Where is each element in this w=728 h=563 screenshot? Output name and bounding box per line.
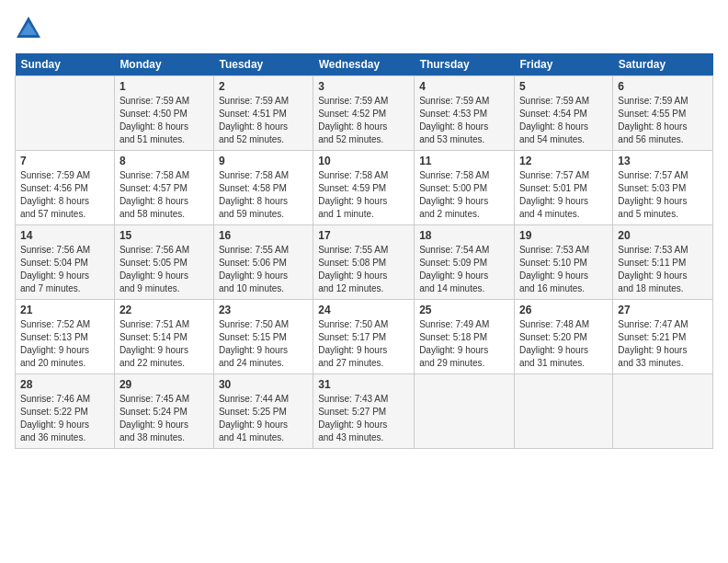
col-header-sunday: Sunday <box>16 53 115 76</box>
day-info: Sunrise: 7:51 AM Sunset: 5:14 PM Dayligh… <box>119 318 209 370</box>
day-number: 19 <box>519 229 608 242</box>
day-number: 31 <box>318 378 409 391</box>
day-number: 30 <box>219 378 308 391</box>
day-info: Sunrise: 7:53 AM Sunset: 5:10 PM Dayligh… <box>519 244 608 295</box>
day-number: 2 <box>219 80 308 93</box>
calendar-table: SundayMondayTuesdayWednesdayThursdayFrid… <box>15 53 713 449</box>
calendar-cell: 13Sunrise: 7:57 AM Sunset: 5:03 PM Dayli… <box>613 151 713 225</box>
day-number: 6 <box>618 80 708 93</box>
day-number: 17 <box>318 229 409 242</box>
calendar-cell: 19Sunrise: 7:53 AM Sunset: 5:10 PM Dayli… <box>514 225 612 300</box>
day-info: Sunrise: 7:50 AM Sunset: 5:15 PM Dayligh… <box>219 318 308 370</box>
day-number: 27 <box>618 304 708 316</box>
day-info: Sunrise: 7:49 AM Sunset: 5:18 PM Dayligh… <box>419 318 509 370</box>
calendar-cell: 14Sunrise: 7:56 AM Sunset: 5:04 PM Dayli… <box>16 225 115 300</box>
day-number: 16 <box>219 229 308 242</box>
page-container: SundayMondayTuesdayWednesdayThursdayFrid… <box>0 0 728 458</box>
day-number: 25 <box>419 304 509 316</box>
day-number: 29 <box>119 378 209 391</box>
day-info: Sunrise: 7:58 AM Sunset: 4:57 PM Dayligh… <box>119 169 209 221</box>
day-info: Sunrise: 7:55 AM Sunset: 5:06 PM Dayligh… <box>219 244 308 295</box>
calendar-cell: 29Sunrise: 7:45 AM Sunset: 5:24 PM Dayli… <box>114 374 213 449</box>
day-info: Sunrise: 7:53 AM Sunset: 5:11 PM Dayligh… <box>618 244 708 295</box>
calendar-cell <box>415 374 515 449</box>
calendar-cell: 22Sunrise: 7:51 AM Sunset: 5:14 PM Dayli… <box>114 300 213 374</box>
col-header-wednesday: Wednesday <box>313 53 415 76</box>
day-number: 28 <box>20 378 109 391</box>
day-info: Sunrise: 7:58 AM Sunset: 5:00 PM Dayligh… <box>419 169 509 221</box>
day-info: Sunrise: 7:46 AM Sunset: 5:22 PM Dayligh… <box>20 393 109 444</box>
day-info: Sunrise: 7:56 AM Sunset: 5:05 PM Dayligh… <box>119 244 209 295</box>
calendar-cell: 15Sunrise: 7:56 AM Sunset: 5:05 PM Dayli… <box>114 225 213 300</box>
day-info: Sunrise: 7:59 AM Sunset: 4:50 PM Dayligh… <box>119 95 209 146</box>
logo <box>15 15 46 42</box>
calendar-cell <box>16 76 115 151</box>
day-info: Sunrise: 7:59 AM Sunset: 4:51 PM Dayligh… <box>219 95 308 146</box>
day-info: Sunrise: 7:59 AM Sunset: 4:55 PM Dayligh… <box>618 95 708 146</box>
day-number: 5 <box>519 80 608 93</box>
day-number: 18 <box>419 229 509 242</box>
day-info: Sunrise: 7:59 AM Sunset: 4:56 PM Dayligh… <box>20 169 109 221</box>
day-info: Sunrise: 7:43 AM Sunset: 5:27 PM Dayligh… <box>318 393 409 444</box>
logo-icon <box>15 15 42 42</box>
day-info: Sunrise: 7:58 AM Sunset: 4:58 PM Dayligh… <box>219 169 308 221</box>
calendar-cell: 25Sunrise: 7:49 AM Sunset: 5:18 PM Dayli… <box>415 300 515 374</box>
calendar-cell: 27Sunrise: 7:47 AM Sunset: 5:21 PM Dayli… <box>613 300 713 374</box>
day-info: Sunrise: 7:52 AM Sunset: 5:13 PM Dayligh… <box>20 318 109 370</box>
week-row-2: 7Sunrise: 7:59 AM Sunset: 4:56 PM Daylig… <box>16 151 713 225</box>
day-number: 7 <box>20 155 109 167</box>
calendar-cell: 18Sunrise: 7:54 AM Sunset: 5:09 PM Dayli… <box>415 225 515 300</box>
calendar-cell: 23Sunrise: 7:50 AM Sunset: 5:15 PM Dayli… <box>213 300 313 374</box>
calendar-cell: 8Sunrise: 7:58 AM Sunset: 4:57 PM Daylig… <box>114 151 213 225</box>
calendar-cell <box>613 374 713 449</box>
calendar-cell: 9Sunrise: 7:58 AM Sunset: 4:58 PM Daylig… <box>213 151 313 225</box>
calendar-cell: 31Sunrise: 7:43 AM Sunset: 5:27 PM Dayli… <box>313 374 415 449</box>
week-row-4: 21Sunrise: 7:52 AM Sunset: 5:13 PM Dayli… <box>16 300 713 374</box>
day-info: Sunrise: 7:45 AM Sunset: 5:24 PM Dayligh… <box>119 393 209 444</box>
calendar-cell: 1Sunrise: 7:59 AM Sunset: 4:50 PM Daylig… <box>114 76 213 151</box>
day-number: 15 <box>119 229 209 242</box>
day-number: 22 <box>119 304 209 316</box>
day-number: 21 <box>20 304 109 316</box>
calendar-cell: 28Sunrise: 7:46 AM Sunset: 5:22 PM Dayli… <box>16 374 115 449</box>
calendar-cell: 3Sunrise: 7:59 AM Sunset: 4:52 PM Daylig… <box>313 76 415 151</box>
calendar-cell: 26Sunrise: 7:48 AM Sunset: 5:20 PM Dayli… <box>514 300 612 374</box>
calendar-cell: 11Sunrise: 7:58 AM Sunset: 5:00 PM Dayli… <box>415 151 515 225</box>
col-header-monday: Monday <box>114 53 213 76</box>
week-row-3: 14Sunrise: 7:56 AM Sunset: 5:04 PM Dayli… <box>16 225 713 300</box>
day-info: Sunrise: 7:47 AM Sunset: 5:21 PM Dayligh… <box>618 318 708 370</box>
col-header-friday: Friday <box>514 53 612 76</box>
calendar-cell: 24Sunrise: 7:50 AM Sunset: 5:17 PM Dayli… <box>313 300 415 374</box>
day-number: 26 <box>519 304 608 316</box>
day-number: 13 <box>618 155 708 167</box>
calendar-cell: 16Sunrise: 7:55 AM Sunset: 5:06 PM Dayli… <box>213 225 313 300</box>
day-info: Sunrise: 7:58 AM Sunset: 4:59 PM Dayligh… <box>318 169 409 221</box>
calendar-cell: 12Sunrise: 7:57 AM Sunset: 5:01 PM Dayli… <box>514 151 612 225</box>
week-row-1: 1Sunrise: 7:59 AM Sunset: 4:50 PM Daylig… <box>16 76 713 151</box>
calendar-cell: 6Sunrise: 7:59 AM Sunset: 4:55 PM Daylig… <box>613 76 713 151</box>
calendar-cell: 2Sunrise: 7:59 AM Sunset: 4:51 PM Daylig… <box>213 76 313 151</box>
calendar-cell: 17Sunrise: 7:55 AM Sunset: 5:08 PM Dayli… <box>313 225 415 300</box>
day-number: 3 <box>318 80 409 93</box>
day-number: 23 <box>219 304 308 316</box>
day-info: Sunrise: 7:56 AM Sunset: 5:04 PM Dayligh… <box>20 244 109 295</box>
calendar-cell: 20Sunrise: 7:53 AM Sunset: 5:11 PM Dayli… <box>613 225 713 300</box>
week-row-5: 28Sunrise: 7:46 AM Sunset: 5:22 PM Dayli… <box>16 374 713 449</box>
header <box>15 15 713 42</box>
day-number: 24 <box>318 304 409 316</box>
day-number: 14 <box>20 229 109 242</box>
day-number: 9 <box>219 155 308 167</box>
day-number: 4 <box>419 80 509 93</box>
day-number: 12 <box>519 155 608 167</box>
day-number: 8 <box>119 155 209 167</box>
calendar-cell: 4Sunrise: 7:59 AM Sunset: 4:53 PM Daylig… <box>415 76 515 151</box>
header-row: SundayMondayTuesdayWednesdayThursdayFrid… <box>16 53 713 76</box>
calendar-cell: 10Sunrise: 7:58 AM Sunset: 4:59 PM Dayli… <box>313 151 415 225</box>
day-info: Sunrise: 7:44 AM Sunset: 5:25 PM Dayligh… <box>219 393 308 444</box>
day-info: Sunrise: 7:55 AM Sunset: 5:08 PM Dayligh… <box>318 244 409 295</box>
col-header-tuesday: Tuesday <box>213 53 313 76</box>
day-number: 11 <box>419 155 509 167</box>
calendar-cell: 7Sunrise: 7:59 AM Sunset: 4:56 PM Daylig… <box>16 151 115 225</box>
day-info: Sunrise: 7:59 AM Sunset: 4:54 PM Dayligh… <box>519 95 608 146</box>
day-info: Sunrise: 7:57 AM Sunset: 5:01 PM Dayligh… <box>519 169 608 221</box>
